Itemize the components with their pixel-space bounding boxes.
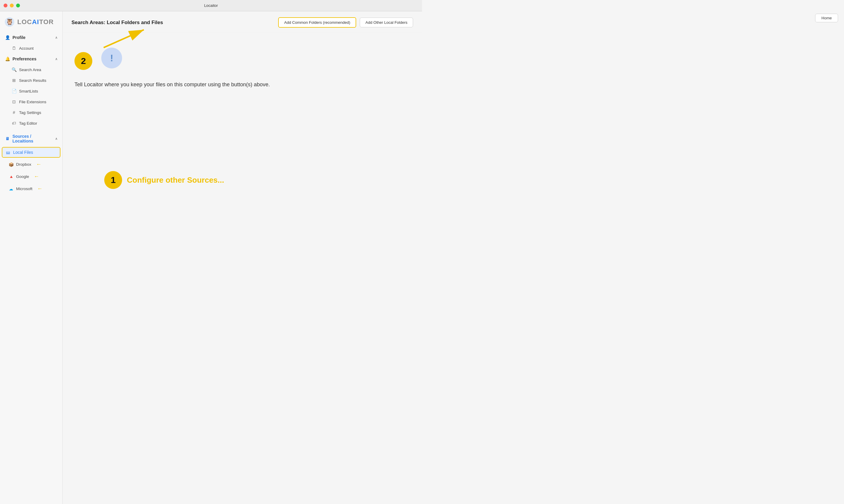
body-layout: 🦉 LOCAITOR 👤 Profile ∧ 🗒 Account (0, 11, 422, 504)
logo-ai: AI (32, 18, 39, 25)
titlebar: Locaitor (0, 0, 422, 11)
sidebar-item-search-area[interactable]: 🔍 Search Area (0, 64, 62, 75)
sidebar-item-file-extensions[interactable]: ⊡ File Extensions (0, 96, 62, 107)
search-results-icon: ⊞ (11, 78, 17, 83)
info-circle: ! (101, 48, 122, 68)
sidebar-search-results-label: Search Results (19, 78, 47, 83)
sidebar-item-profile[interactable]: 👤 Profile ∧ (0, 32, 62, 43)
sidebar-item-sources[interactable]: 🖥 Sources / Locaitions ∧ (0, 131, 62, 146)
header-actions: Add Common Folders (recommended) Add Oth… (278, 17, 413, 28)
sidebar-item-microsoft[interactable]: ☁ Microsoft ← (0, 183, 62, 195)
logo-text: LOCAITOR (17, 18, 54, 26)
sidebar-google-label: Google (16, 174, 29, 179)
smartlists-icon: 📄 (11, 89, 17, 93)
profile-chevron: ∧ (55, 36, 57, 40)
sidebar-item-local-files[interactable]: 🖴 Local Files (2, 147, 61, 158)
badge-2: 2 (74, 52, 92, 70)
sidebar-item-search-results[interactable]: ⊞ Search Results (0, 75, 62, 86)
sidebar-sources-label: Sources / Locaitions (13, 134, 53, 143)
exclamation-mark: ! (110, 53, 114, 64)
tag-editor-icon: 🏷 (11, 121, 17, 126)
main-body: 2 ! (63, 33, 422, 504)
arrow-to-button-icon (101, 27, 148, 51)
file-extensions-icon: ⊡ (11, 100, 17, 104)
google-icon: 🔺 (8, 174, 14, 179)
svg-line-3 (104, 30, 144, 48)
sidebar-profile-label: Profile (13, 35, 25, 40)
nav-preferences-section: 🔔 Preferences ∧ 🔍 Search Area ⊞ Search R… (0, 54, 62, 128)
configure-other-sources-text: Configure other Sources... (127, 176, 224, 185)
sidebar-search-area-label: Search Area (19, 68, 41, 72)
sidebar-item-preferences[interactable]: 🔔 Preferences ∧ (0, 54, 62, 64)
sidebar-smartlists-label: SmartLists (19, 89, 38, 93)
app-window: Locaitor 🦉 LOCAITOR 👤 Profile (0, 0, 422, 504)
sidebar-file-extensions-label: File Extensions (19, 100, 47, 104)
sidebar: 🦉 LOCAITOR 👤 Profile ∧ 🗒 Account (0, 11, 63, 504)
sidebar-dropbox-label: Dropbox (16, 162, 31, 167)
add-other-local-folders-button[interactable]: Add Other Local Folders (360, 18, 413, 28)
sidebar-preferences-label: Preferences (13, 56, 36, 61)
badge-1: 1 (104, 171, 122, 189)
titlebar-title: Locaitor (204, 3, 218, 8)
info-message: Tell Locaitor where you keep your files … (74, 82, 283, 88)
sidebar-tag-settings-label: Tag Settings (19, 110, 41, 115)
page-title: Search Areas: Local Folders and Files (71, 20, 163, 25)
sources-icon: 🖥 (5, 136, 10, 141)
svg-text:🦉: 🦉 (6, 18, 13, 25)
nav-profile-section: 👤 Profile ∧ 🗒 Account (0, 32, 62, 54)
add-common-folders-button[interactable]: Add Common Folders (recommended) (278, 17, 356, 28)
account-icon: 🗒 (11, 46, 17, 51)
preferences-chevron: ∧ (55, 57, 57, 61)
sidebar-tag-editor-label: Tag Editor (19, 121, 37, 126)
local-files-icon: 🖴 (5, 150, 11, 155)
logo-loc: LOC (17, 18, 32, 25)
sidebar-item-tag-settings[interactable]: # Tag Settings (0, 107, 62, 118)
window-controls (4, 4, 20, 7)
search-area-icon: 🔍 (11, 67, 17, 72)
configure-other-sources: 1 Configure other Sources... (104, 171, 224, 189)
maximize-button[interactable] (16, 4, 20, 7)
logo-tor: TOR (39, 18, 54, 25)
sidebar-item-smartlists[interactable]: 📄 SmartLists (0, 86, 62, 96)
logo-icon: 🦉 (4, 17, 15, 28)
sidebar-account-label: Account (19, 46, 34, 51)
minimize-button[interactable] (10, 4, 14, 7)
close-button[interactable] (4, 4, 7, 7)
tag-settings-icon: # (11, 110, 17, 115)
google-arrow-icon: ← (34, 174, 39, 180)
sidebar-item-tag-editor[interactable]: 🏷 Tag Editor (0, 118, 62, 128)
info-row: 2 ! (74, 48, 410, 74)
main-body-inner: 2 ! (74, 44, 410, 88)
sidebar-item-google[interactable]: 🔺 Google ← (0, 170, 62, 183)
microsoft-arrow-icon: ← (37, 186, 42, 192)
microsoft-icon: ☁ (8, 186, 14, 191)
logo-area: 🦉 LOCAITOR (0, 14, 62, 32)
preferences-icon: 🔔 (5, 56, 10, 61)
sidebar-item-account[interactable]: 🗒 Account (0, 43, 62, 54)
main-content: Search Areas: Local Folders and Files Ad… (63, 11, 422, 504)
sources-chevron: ∧ (55, 137, 57, 141)
sidebar-microsoft-label: Microsoft (16, 186, 33, 191)
dropbox-icon: 📦 (8, 162, 14, 167)
sidebar-local-files-label: Local Files (13, 150, 33, 155)
sidebar-item-dropbox[interactable]: 📦 Dropbox ← (0, 158, 62, 170)
nav-sources-section: 🖥 Sources / Locaitions ∧ 🖴 Local Files 📦… (0, 131, 62, 195)
dropbox-arrow-icon: ← (36, 161, 41, 167)
profile-icon: 👤 (5, 35, 10, 40)
